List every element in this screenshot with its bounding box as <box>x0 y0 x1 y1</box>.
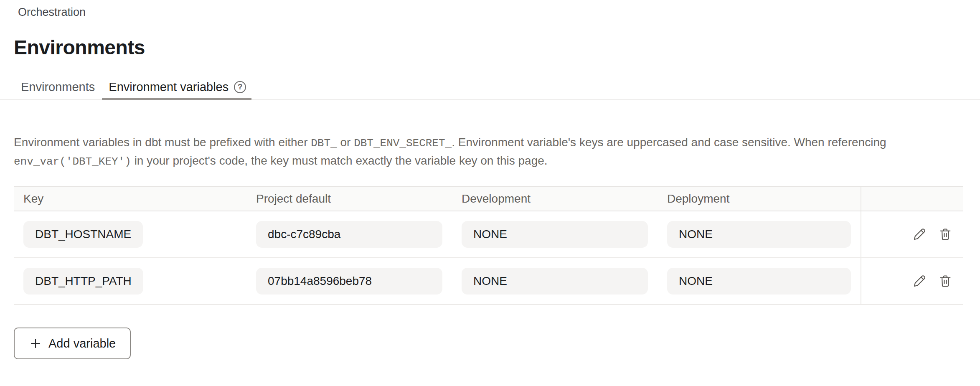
deployment-cell: NONE <box>658 211 861 257</box>
add-variable-button[interactable]: Add variable <box>14 328 131 359</box>
column-header-project-default: Project default <box>246 187 452 211</box>
column-header-actions <box>861 187 963 211</box>
trash-icon <box>938 227 952 241</box>
delete-variable-button[interactable] <box>938 227 952 241</box>
tab-environments[interactable]: Environments <box>14 74 102 99</box>
column-header-deployment: Deployment <box>658 187 861 211</box>
code-env-var-example: env_var('DBT_KEY') <box>14 155 131 168</box>
table-row: DBT_HOSTNAME dbc-c7c89cba NONE NONE <box>14 211 963 258</box>
tab-label: Environment variables <box>109 80 228 94</box>
project-default-cell: dbc-c7c89cba <box>246 211 452 257</box>
description-segment: . Environment variable's keys are upperc… <box>452 136 886 149</box>
edit-variable-button[interactable] <box>912 227 927 241</box>
pencil-icon <box>912 274 927 288</box>
breadcrumb[interactable]: Orchestration <box>18 5 86 19</box>
column-header-development: Development <box>452 187 658 211</box>
edit-variable-button[interactable] <box>912 274 927 288</box>
development-cell: NONE <box>452 211 658 257</box>
description-text: Environment variables in dbt must be pre… <box>14 134 966 170</box>
project-default-chip: dbc-c7c89cba <box>256 221 442 248</box>
description-segment: Environment variables in dbt must be pre… <box>14 136 311 149</box>
description-segment: or <box>337 136 354 149</box>
delete-variable-button[interactable] <box>938 274 952 288</box>
tab-environment-variables[interactable]: Environment variables ? <box>102 74 251 99</box>
key-cell: DBT_HTTP_PATH <box>14 258 246 304</box>
actions-cell <box>861 211 963 257</box>
deployment-chip: NONE <box>667 268 851 295</box>
project-default-cell: 07bb14a8596beb78 <box>246 258 452 304</box>
add-variable-label: Add variable <box>48 337 116 350</box>
code-dbt-env-secret-prefix: DBT_ENV_SECRET_ <box>354 137 452 150</box>
column-header-key: Key <box>14 187 246 211</box>
actions-cell <box>861 258 963 304</box>
table-header-row: Key Project default Development Deployme… <box>14 186 963 211</box>
plus-icon <box>29 337 42 350</box>
main-content: Environment variables in dbt must be pre… <box>0 134 980 359</box>
table-row: DBT_HTTP_PATH 07bb14a8596beb78 NONE NONE <box>14 258 963 305</box>
development-cell: NONE <box>452 258 658 304</box>
trash-icon <box>938 274 952 288</box>
deployment-cell: NONE <box>658 258 861 304</box>
development-chip: NONE <box>462 221 648 248</box>
deployment-chip: NONE <box>667 221 851 248</box>
development-chip: NONE <box>462 268 648 295</box>
key-cell: DBT_HOSTNAME <box>14 211 246 257</box>
tabs-bar: Environments Environment variables ? <box>0 74 980 100</box>
pencil-icon <box>912 227 927 241</box>
description-segment: in your project's code, the key must mat… <box>131 154 548 167</box>
key-chip: DBT_HOSTNAME <box>23 221 143 248</box>
tab-label: Environments <box>21 80 95 94</box>
code-dbt-prefix: DBT_ <box>311 137 337 150</box>
environment-variables-table: Key Project default Development Deployme… <box>14 186 963 305</box>
help-circle-icon[interactable]: ? <box>234 81 246 93</box>
key-chip: DBT_HTTP_PATH <box>23 268 143 295</box>
project-default-chip: 07bb14a8596beb78 <box>256 268 442 295</box>
page-title: Environments <box>14 36 980 59</box>
